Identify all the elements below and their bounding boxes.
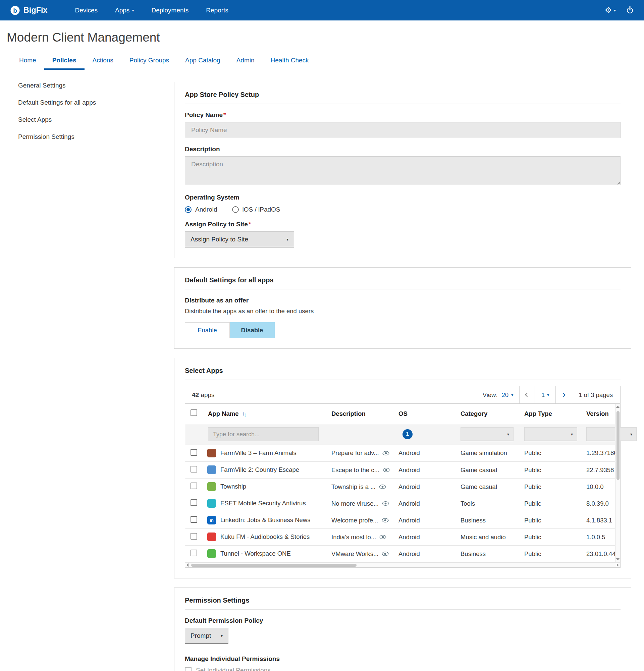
app-os: Android [394, 479, 456, 495]
enable-button[interactable]: Enable [185, 322, 230, 338]
tab-admin[interactable]: Admin [228, 53, 263, 70]
required-asterisk: * [249, 221, 251, 228]
version-filter-select[interactable]: ▾ [586, 427, 636, 441]
nav-apps[interactable]: Apps▾ [108, 3, 141, 17]
app-name[interactable]: FarmVille 3 – Farm Animals [220, 450, 296, 457]
app-type-filter-select[interactable]: ▾ [524, 427, 577, 441]
permission-settings-panel: Permission Settings Default Permission P… [174, 587, 631, 671]
power-logout-icon[interactable] [626, 7, 634, 14]
chevron-right-icon [561, 393, 566, 397]
assign-site-select[interactable]: Assign Policy to Site ▾ [185, 231, 294, 248]
app-table-body: FarmVille 3 – Farm AnimalsPrepare for ad… [185, 445, 620, 562]
app-os: Android [394, 495, 456, 512]
nav-apps-label: Apps [115, 7, 129, 14]
bigfix-logo-icon: b [10, 5, 20, 15]
preview-eye-icon[interactable] [383, 467, 390, 472]
app-description: Welcome profe... [331, 517, 378, 524]
horizontal-scrollbar[interactable] [185, 562, 620, 567]
disable-button[interactable]: Disable [230, 322, 275, 338]
prev-page-button[interactable] [519, 386, 535, 403]
app-name[interactable]: Kuku FM - Audiobooks & Stories [220, 533, 310, 541]
next-page-button[interactable] [555, 386, 571, 403]
preview-eye-icon[interactable] [382, 551, 389, 556]
app-name[interactable]: Tunnel - Workspace ONE [220, 550, 291, 557]
app-os: Android [394, 512, 456, 529]
vertical-scroll-thumb[interactable] [617, 411, 619, 480]
radio-android[interactable]: Android [185, 206, 217, 213]
preview-eye-icon[interactable] [382, 501, 389, 506]
nav-deployments[interactable]: Deployments [144, 3, 196, 17]
app-name[interactable]: Township [220, 483, 246, 490]
permission-policy-select[interactable]: Prompt ▾ [185, 628, 228, 644]
panel-title: Permission Settings [185, 597, 620, 610]
scroll-right-icon[interactable] [617, 564, 619, 567]
app-type: Public [520, 445, 582, 462]
tab-health-check[interactable]: Health Check [263, 53, 317, 70]
assign-site-value: Assign Policy to Site [190, 236, 248, 243]
row-checkbox[interactable] [190, 483, 197, 489]
policy-name-label: Policy Name* [185, 111, 620, 119]
row-checkbox[interactable] [190, 449, 197, 456]
apps-count: 42 apps [185, 391, 215, 399]
app-name[interactable]: ESET Mobile Security Antivirus [220, 499, 306, 507]
chevron-down-icon: ▾ [571, 432, 573, 436]
preview-eye-icon[interactable] [379, 484, 386, 489]
horizontal-scroll-thumb[interactable] [191, 564, 356, 567]
app-version: 10.0.0 [582, 479, 620, 495]
radio-ios-ipados[interactable]: iOS / iPadOS [232, 206, 280, 213]
radio-selected-icon [185, 206, 191, 213]
table-row: ESET Mobile Security AntivirusNo more vi… [185, 495, 620, 512]
tab-home[interactable]: Home [11, 53, 44, 70]
nav-devices[interactable]: Devices [67, 3, 105, 17]
policy-name-input[interactable] [185, 122, 620, 138]
row-checkbox[interactable] [190, 549, 197, 556]
sidebar-item-permission-settings[interactable]: Permission Settings [18, 133, 174, 140]
scroll-up-icon[interactable] [616, 406, 619, 408]
col-os: OS [394, 404, 456, 424]
app-name[interactable]: LinkedIn: Jobs & Business News [220, 516, 310, 524]
preview-eye-icon[interactable] [379, 534, 387, 540]
row-checkbox[interactable] [190, 533, 197, 540]
nav-reports-label: Reports [206, 7, 228, 14]
app-icon [207, 532, 216, 541]
scroll-left-icon[interactable] [187, 564, 189, 567]
description-textarea[interactable] [185, 156, 620, 185]
page-size-select[interactable]: 20 ▾ [502, 391, 514, 399]
tab-actions[interactable]: Actions [85, 53, 122, 70]
nav-reports[interactable]: Reports [199, 3, 236, 17]
vertical-scrollbar[interactable] [615, 404, 620, 562]
scroll-down-icon[interactable] [616, 558, 619, 560]
category-filter-select[interactable]: ▾ [460, 427, 514, 441]
tab-policies[interactable]: Policies [44, 53, 85, 70]
sidebar-item-default-settings[interactable]: Default Settings for all apps [18, 99, 174, 106]
sidebar-item-general-settings[interactable]: General Settings [18, 82, 174, 89]
preview-eye-icon[interactable] [382, 451, 389, 456]
table-header-row: App Name ↑↓ Description OS Category App … [185, 404, 620, 424]
table-row: TownshipTownship is a ...AndroidGame cas… [185, 479, 620, 495]
individual-permissions-checkbox[interactable] [185, 667, 191, 671]
brand-logo[interactable]: b BigFix [10, 5, 47, 15]
sidebar-item-select-apps[interactable]: Select Apps [18, 116, 174, 123]
app-search-input[interactable] [208, 427, 319, 441]
row-checkbox[interactable] [190, 466, 197, 472]
app-version: 22.7.9358 [582, 462, 620, 479]
preview-eye-icon[interactable] [382, 518, 389, 523]
sort-arrows-icon[interactable]: ↑↓ [242, 411, 247, 417]
os-filter-badge[interactable]: 1 [403, 429, 413, 439]
app-type: Public [520, 495, 582, 512]
tab-app-catalog[interactable]: App Catalog [177, 53, 228, 70]
select-all-checkbox[interactable] [190, 409, 197, 416]
settings-gear-icon[interactable]: ⚙ ▾ [605, 6, 616, 15]
app-type: Public [520, 512, 582, 529]
app-description: Escape to the c... [331, 466, 379, 474]
tab-policy-groups[interactable]: Policy Groups [122, 53, 177, 70]
panel-title: Default Settings for all apps [185, 276, 620, 289]
app-type: Public [520, 479, 582, 495]
row-checkbox[interactable] [190, 499, 197, 506]
app-name[interactable]: FarmVille 2: Country Escape [220, 466, 299, 473]
col-version: Version [582, 404, 620, 424]
row-checkbox[interactable] [190, 516, 197, 523]
table-toolbar: 42 apps View: 20 ▾ 1 ▾ [185, 386, 620, 404]
current-page-select[interactable]: 1 ▾ [535, 386, 555, 403]
app-category: Game simulation [456, 445, 520, 462]
